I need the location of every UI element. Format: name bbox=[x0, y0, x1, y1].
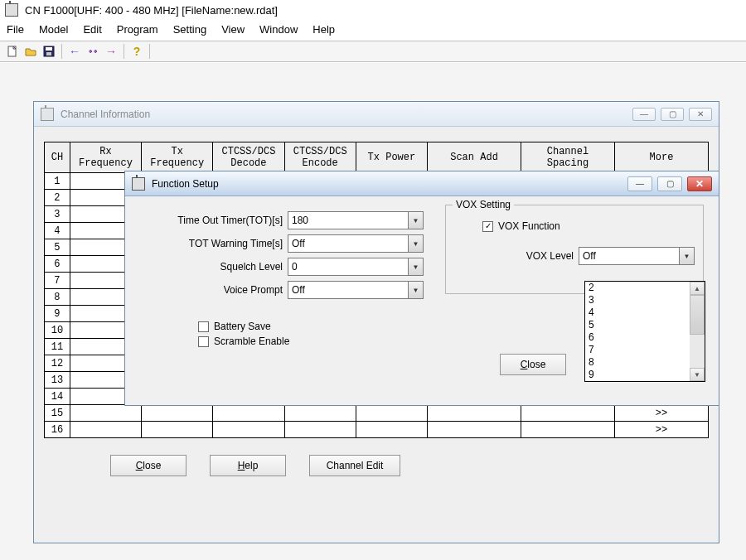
scrollbar[interactable]: ▲ ▼ bbox=[690, 282, 705, 381]
toolbar-help-icon[interactable]: ? bbox=[128, 43, 146, 60]
squelch-select[interactable]: 0 bbox=[288, 258, 424, 276]
svg-rect-3 bbox=[46, 52, 51, 56]
fs-maximize-icon[interactable]: ▢ bbox=[657, 176, 682, 191]
toolbar-readwrite-icon[interactable] bbox=[84, 43, 102, 60]
cell[interactable] bbox=[428, 422, 521, 438]
cell[interactable] bbox=[284, 422, 356, 438]
ci-minimize-icon[interactable]: — bbox=[632, 108, 656, 121]
fs-close-button[interactable]: Close bbox=[500, 354, 566, 375]
dropdown-option[interactable]: 4 bbox=[585, 307, 690, 319]
function-setup-title: Function Setup bbox=[152, 178, 219, 190]
col-enc: CTCSS/DCS Encode bbox=[284, 142, 356, 173]
scroll-thumb[interactable] bbox=[690, 295, 705, 335]
cell[interactable] bbox=[70, 422, 141, 438]
ci-close-button[interactable]: Close bbox=[110, 455, 186, 476]
chevron-down-icon[interactable] bbox=[408, 282, 423, 298]
cell[interactable] bbox=[142, 422, 213, 438]
toolbar-open-icon[interactable] bbox=[22, 43, 40, 60]
menu-help[interactable]: Help bbox=[312, 23, 335, 36]
scroll-up-icon[interactable]: ▲ bbox=[690, 282, 705, 295]
cell[interactable] bbox=[521, 422, 615, 438]
toolbar-save-icon[interactable] bbox=[40, 43, 58, 60]
ci-maximize-icon[interactable]: ▢ bbox=[661, 108, 684, 121]
cell[interactable] bbox=[356, 405, 427, 422]
squelch-label: Squelch Level bbox=[138, 261, 288, 273]
row-number: 5 bbox=[45, 239, 70, 256]
row-number: 8 bbox=[45, 289, 70, 306]
cell[interactable] bbox=[213, 405, 284, 422]
cell[interactable] bbox=[284, 405, 356, 422]
chevron-down-icon[interactable] bbox=[679, 248, 694, 264]
menu-view[interactable]: View bbox=[221, 23, 245, 36]
chevron-down-icon[interactable] bbox=[408, 212, 423, 229]
tot-select[interactable]: 180 bbox=[288, 211, 424, 229]
function-setup-window: Function Setup — ▢ ✕ Time Out Timer(TOT)… bbox=[124, 171, 719, 406]
voice-prompt-value: Off bbox=[288, 284, 408, 296]
fs-minimize-icon[interactable]: — bbox=[627, 176, 652, 191]
cell[interactable] bbox=[70, 405, 141, 422]
menu-window[interactable]: Window bbox=[259, 23, 298, 36]
row-number: 15 bbox=[45, 405, 70, 422]
menu-model[interactable]: Model bbox=[39, 23, 68, 36]
row-number: 6 bbox=[45, 256, 70, 273]
dropdown-option[interactable]: 3 bbox=[585, 294, 690, 307]
tot-warning-value: Off bbox=[288, 238, 408, 249]
col-rx: Rx Frequency bbox=[70, 142, 141, 173]
battery-save-checkbox[interactable] bbox=[198, 321, 209, 332]
scroll-down-icon[interactable]: ▼ bbox=[690, 368, 705, 381]
menu-file[interactable]: File bbox=[7, 23, 24, 36]
cell[interactable] bbox=[356, 422, 427, 438]
more-cell[interactable]: >> bbox=[614, 422, 708, 438]
cell[interactable] bbox=[428, 405, 521, 422]
tot-value: 180 bbox=[288, 215, 408, 226]
menu-setting[interactable]: Setting bbox=[173, 23, 206, 36]
dropdown-option[interactable]: 8 bbox=[585, 356, 690, 369]
tot-warning-select[interactable]: Off bbox=[288, 234, 424, 253]
channel-info-titlebar[interactable]: Channel Information — ▢ ✕ bbox=[34, 102, 719, 127]
menu-edit[interactable]: Edit bbox=[83, 23, 101, 36]
cell[interactable] bbox=[142, 405, 213, 422]
row-number: 11 bbox=[45, 339, 70, 355]
app-icon bbox=[5, 3, 18, 17]
dropdown-option[interactable]: 2 bbox=[585, 282, 690, 294]
battery-save-label: Battery Save bbox=[214, 321, 271, 332]
app-title: CN F1000[UHF: 400 - 480 MHz] [FileName:n… bbox=[25, 4, 278, 17]
row-number: 9 bbox=[45, 306, 70, 322]
col-scan: Scan Add bbox=[428, 142, 521, 173]
dropdown-option[interactable]: 5 bbox=[585, 319, 690, 331]
toolbar-sep3 bbox=[149, 44, 150, 59]
vox-legend: VOX Setting bbox=[453, 199, 514, 210]
toolbar-read-icon[interactable]: ← bbox=[65, 43, 84, 60]
ci-help-button[interactable]: Help bbox=[210, 455, 286, 476]
vox-level-dropdown[interactable]: 23456789 ▲ ▼ bbox=[584, 281, 705, 382]
function-setup-titlebar[interactable]: Function Setup — ▢ ✕ bbox=[125, 171, 719, 196]
vox-level-select[interactable]: Off bbox=[579, 247, 695, 265]
row-number: 7 bbox=[45, 273, 70, 289]
menu-program[interactable]: Program bbox=[117, 23, 158, 36]
row-number: 3 bbox=[45, 206, 70, 223]
fs-close-icon[interactable]: ✕ bbox=[687, 176, 712, 191]
dropdown-option[interactable]: 9 bbox=[585, 369, 690, 381]
chevron-down-icon[interactable] bbox=[408, 235, 423, 252]
table-row[interactable]: 15>> bbox=[45, 405, 709, 422]
ci-channel-edit-button[interactable]: Channel Edit bbox=[309, 455, 400, 476]
scramble-enable-checkbox[interactable] bbox=[198, 336, 209, 347]
ci-close-icon[interactable]: ✕ bbox=[689, 108, 712, 121]
radio-icon bbox=[41, 108, 54, 121]
voice-prompt-select[interactable]: Off bbox=[288, 281, 424, 299]
toolbar-write-icon[interactable]: → bbox=[102, 43, 120, 60]
dropdown-option[interactable]: 6 bbox=[585, 331, 690, 344]
scramble-enable-label: Scramble Enable bbox=[214, 336, 289, 347]
more-cell[interactable]: >> bbox=[614, 405, 708, 422]
scroll-track[interactable] bbox=[690, 295, 705, 368]
mdi-area: Channel Information — ▢ ✕ CH Rx Frequenc… bbox=[0, 63, 746, 560]
chevron-down-icon[interactable] bbox=[408, 258, 423, 275]
svg-rect-2 bbox=[46, 47, 52, 51]
table-row[interactable]: 16>> bbox=[45, 422, 709, 438]
vox-function-checkbox[interactable] bbox=[482, 221, 493, 232]
toolbar-new-icon[interactable] bbox=[3, 43, 22, 60]
cell[interactable] bbox=[521, 405, 615, 422]
cell[interactable] bbox=[213, 422, 284, 438]
toolbar-sep2 bbox=[124, 44, 124, 59]
dropdown-option[interactable]: 7 bbox=[585, 344, 690, 356]
